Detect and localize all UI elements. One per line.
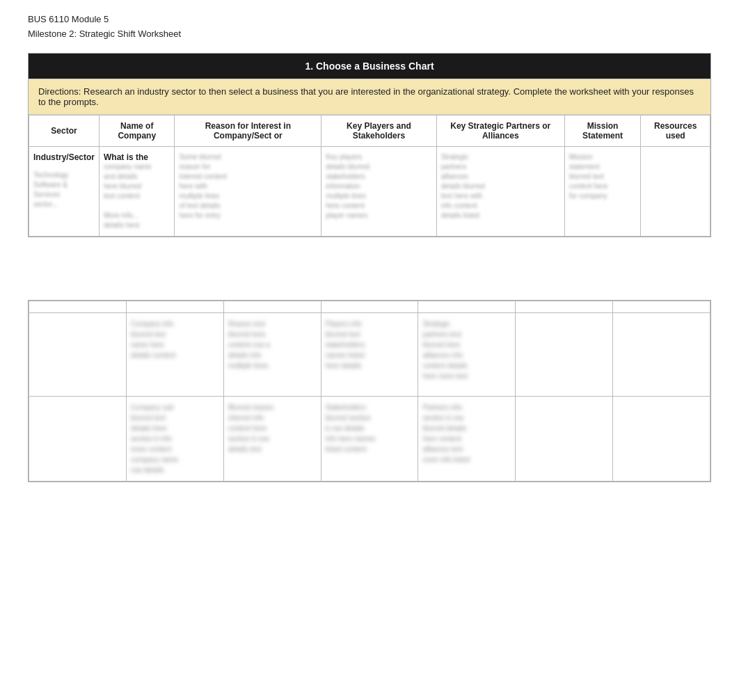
col-header-sector: Sector [29,116,100,147]
cell-reason-row1: Some blurredreason forinterest contenthe… [175,147,321,237]
col2-header-players [321,301,418,313]
sector-label: Industry/Sector [33,152,95,162]
worksheet-container-2: Company infoblurred textname heredetails… [28,300,711,482]
cell2b-mission [516,397,613,482]
spacer-1 [28,237,711,279]
table-row-1: Industry/Sector TechnologySoftware &Serv… [29,147,710,237]
main-table: Sector Name of Company Reason for Intere… [29,115,710,237]
cell-company-row1: What is the company nameand detailshere … [100,147,175,237]
strategic-content: Strategicpartnersalliancesdetails blurre… [441,152,560,221]
company-sub: company nameand detailshere blurredtext … [104,162,170,230]
title-bar: 1. Choose a Business Chart [29,54,710,79]
cell2a-strategic: Strategicpartners textblurred hereallian… [418,313,516,397]
resources-content [645,152,706,162]
cell2b-resources [613,397,710,482]
cell-resources-row1 [641,147,710,237]
mission-content: Missionstatementblurred textcontent here… [569,152,637,201]
cell-players-row1: Key playersdetails blurredstakeholdersin… [321,147,437,237]
cell2b-sector [29,397,127,482]
header-line2: Milestone 2: Strategic Shift Worksheet [28,29,711,39]
header-line1: BUS 6110 Module 5 [28,14,711,24]
cell2a-sector [29,313,127,397]
cell2a-mission [516,313,613,397]
col2-header-sector [29,301,127,313]
cell2b-players: Stakeholdersblurred sectionb row details… [321,397,418,482]
cell-mission-row1: Missionstatementblurred textcontent here… [564,147,641,237]
col2-header-mission [516,301,613,313]
table-row-2b: Company subblurred textdetails heresecti… [29,397,710,482]
cell2a-players: Players infoblurred textstakeholdersname… [321,313,418,397]
col2-header-resources [613,301,710,313]
players-content: Key playersdetails blurredstakeholdersin… [326,152,432,221]
cell2a-resources [613,313,710,397]
company-label: What is the [104,152,170,162]
col-header-resources: Resources used [641,116,710,147]
col2-header-strategic [418,301,516,313]
col-header-players: Key Players and Stakeholders [321,116,437,147]
directions-bar: Directions: Research an industry sector … [29,79,710,115]
page-wrapper: BUS 6110 Module 5 Milestone 2: Strategic… [0,0,739,700]
table-wrapper-2: Company infoblurred textname heredetails… [29,301,710,482]
second-table: Company infoblurred textname heredetails… [29,301,710,482]
table-wrapper-1: Sector Name of Company Reason for Intere… [29,115,710,237]
sector-sub: TechnologySoftware &Servicessector... [33,170,95,209]
cell-sector-row1: Industry/Sector TechnologySoftware &Serv… [29,147,100,237]
cell2a-company: Company infoblurred textname heredetails… [126,313,223,397]
cell2b-company: Company subblurred textdetails heresecti… [126,397,223,482]
col-header-mission: Mission Statement [564,116,641,147]
col-header-reason: Reason for Interest in Company/Sect or [175,116,321,147]
col-header-strategic: Key Strategic Partners or Alliances [436,116,564,147]
cell-strategic-row1: Strategicpartnersalliancesdetails blurre… [436,147,564,237]
worksheet-container-1: 1. Choose a Business Chart Directions: R… [28,53,711,237]
cell2b-reason: Blurred reasoninterest infocontent heres… [223,397,321,482]
cell2a-reason: Reason textblurred herecontent row adeta… [223,313,321,397]
col2-header-company [126,301,223,313]
reason-content: Some blurredreason forinterest contenthe… [179,152,317,221]
col-header-company: Name of Company [100,116,175,147]
cell2b-strategic: Partners infosection b rowblurred detail… [418,397,516,482]
table-row-2a: Company infoblurred textname heredetails… [29,313,710,397]
col2-header-reason [223,301,321,313]
